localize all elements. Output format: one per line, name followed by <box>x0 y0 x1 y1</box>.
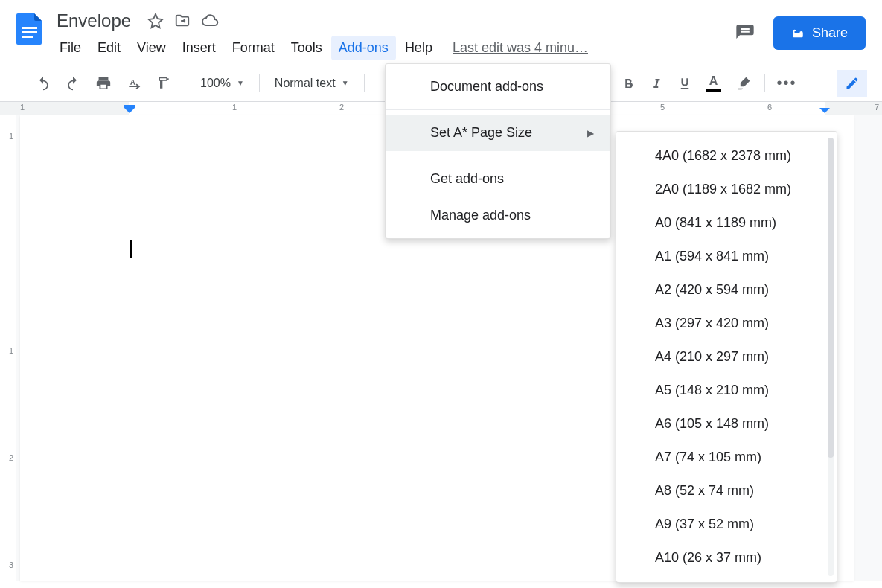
svg-rect-2 <box>22 36 33 38</box>
page-size-option[interactable]: A2 (420 x 594 mm) <box>616 273 837 307</box>
menu-get-addons[interactable]: Get add-ons <box>386 161 610 197</box>
text-color-icon[interactable]: A <box>700 70 727 96</box>
editing-mode-icon[interactable] <box>837 70 867 97</box>
right-indent-marker[interactable] <box>819 102 830 115</box>
vertical-ruler[interactable]: 1 1 2 3 <box>0 115 16 581</box>
left-indent-marker[interactable] <box>124 102 135 115</box>
title-area: Envelope File Edit View Insert Format To… <box>52 6 735 65</box>
more-icon[interactable]: ••• <box>777 74 797 92</box>
page-size-option[interactable]: 4A0 (1682 x 2378 mm) <box>616 139 837 173</box>
svg-rect-3 <box>124 105 135 108</box>
docs-logo-icon[interactable] <box>7 6 52 51</box>
star-icon[interactable] <box>147 12 164 30</box>
redo-icon[interactable] <box>60 71 86 95</box>
page-size-option[interactable]: A8 (52 x 74 mm) <box>616 474 837 508</box>
menu-addons[interactable]: Add-ons <box>331 36 396 60</box>
menubar: File Edit View Insert Format Tools Add-o… <box>52 34 735 65</box>
menu-separator <box>386 156 610 156</box>
page-size-submenu: 4A0 (1682 x 2378 mm) 2A0 (1189 x 1682 mm… <box>616 131 837 583</box>
menu-insert[interactable]: Insert <box>175 36 223 60</box>
svg-rect-1 <box>22 31 37 33</box>
page-size-option[interactable]: A10 (26 x 37 mm) <box>616 541 837 575</box>
menu-manage-addons[interactable]: Manage add-ons <box>386 197 610 234</box>
addons-dropdown: Document add-ons Set A* Page Size ▶ Get … <box>385 63 611 239</box>
italic-icon[interactable] <box>644 72 669 95</box>
comment-history-icon[interactable] <box>735 23 755 44</box>
page-size-option[interactable]: A5 (148 x 210 mm) <box>616 374 837 407</box>
menu-file[interactable]: File <box>52 36 89 60</box>
menu-tools[interactable]: Tools <box>284 36 330 60</box>
style-dropdown[interactable]: Normal text▼ <box>267 72 357 95</box>
menu-separator <box>386 109 610 110</box>
separator <box>259 74 260 92</box>
menu-edit[interactable]: Edit <box>90 36 128 60</box>
page-size-option[interactable]: A0 (841 x 1189 mm) <box>616 206 837 240</box>
page-size-option[interactable]: A7 (74 x 105 mm) <box>616 441 837 474</box>
separator <box>364 74 365 92</box>
submenu-scrollbar[interactable] <box>828 138 834 576</box>
page-size-option[interactable]: A6 (105 x 148 mm) <box>616 407 837 441</box>
menu-set-page-size[interactable]: Set A* Page Size ▶ <box>386 115 610 151</box>
page-size-option[interactable]: A3 (297 x 420 mm) <box>616 307 837 340</box>
document-title[interactable]: Envelope <box>52 9 135 33</box>
page-size-option[interactable]: 2A0 (1189 x 1682 mm) <box>616 173 837 206</box>
move-icon[interactable] <box>174 12 191 30</box>
share-button[interactable]: Share <box>773 16 866 50</box>
separator <box>764 74 765 92</box>
header: Envelope File Edit View Insert Format To… <box>0 0 882 65</box>
print-icon[interactable] <box>89 71 118 96</box>
cloud-icon[interactable] <box>201 12 219 30</box>
underline-icon[interactable] <box>672 72 697 95</box>
page-size-option[interactable]: A1 (594 x 841 mm) <box>616 240 837 273</box>
separator <box>185 74 185 92</box>
spellcheck-icon[interactable] <box>121 71 147 95</box>
zoom-dropdown[interactable]: 100%▼ <box>193 72 252 95</box>
undo-icon[interactable] <box>30 71 57 95</box>
menu-document-addons[interactable]: Document add-ons <box>386 68 610 105</box>
submenu-arrow-icon: ▶ <box>587 128 594 138</box>
bold-icon[interactable] <box>616 72 641 95</box>
page-size-option[interactable]: A9 (37 x 52 mm) <box>616 508 837 541</box>
menu-view[interactable]: View <box>130 36 173 60</box>
menu-help[interactable]: Help <box>397 36 440 60</box>
svg-rect-0 <box>22 27 37 29</box>
page-size-option[interactable]: A4 (210 x 297 mm) <box>616 340 837 374</box>
paint-format-icon[interactable] <box>150 71 177 95</box>
text-cursor <box>130 240 132 258</box>
last-edit-link[interactable]: Last edit was 4 minu… <box>453 40 588 56</box>
highlight-icon[interactable] <box>730 71 757 95</box>
share-button-label: Share <box>812 25 848 41</box>
menu-format[interactable]: Format <box>225 36 282 60</box>
